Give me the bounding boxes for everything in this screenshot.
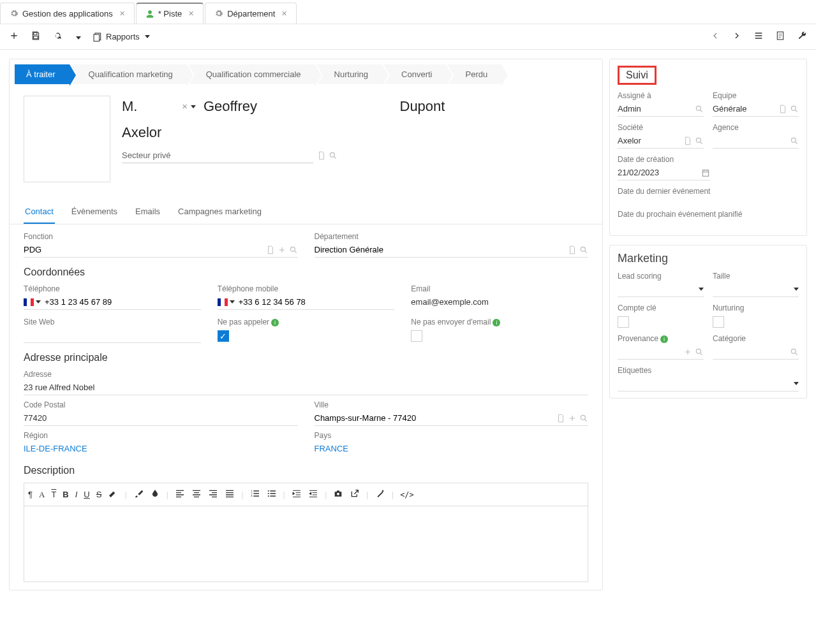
nocall-checkbox[interactable] xyxy=(218,330,229,342)
datecreation-value[interactable]: 21/02/2023 xyxy=(618,168,659,177)
align-right-icon[interactable] xyxy=(208,488,218,501)
info-icon[interactable]: i xyxy=(660,335,668,343)
brush-icon[interactable] xyxy=(133,488,144,501)
fontsize-icon[interactable]: T xyxy=(51,490,56,499)
camera-icon[interactable] xyxy=(333,488,343,501)
tab-campagnes[interactable]: Campagnes marketing xyxy=(177,200,263,224)
plus-icon[interactable] xyxy=(278,245,286,254)
calendar-icon[interactable] xyxy=(701,168,710,177)
flag-icon[interactable] xyxy=(218,298,228,306)
pays-link[interactable]: FRANCE xyxy=(315,441,589,456)
info-icon[interactable]: i xyxy=(271,319,279,326)
doc-icon[interactable] xyxy=(778,105,787,113)
sector-input[interactable] xyxy=(122,148,313,163)
mob-input[interactable] xyxy=(239,295,395,309)
fonction-input[interactable] xyxy=(24,242,266,257)
new-button[interactable] xyxy=(9,31,19,43)
taille-select[interactable] xyxy=(713,282,799,297)
list-ul-icon[interactable] xyxy=(267,488,277,501)
form-view-button[interactable] xyxy=(775,31,785,43)
italic-icon[interactable]: I xyxy=(75,490,78,499)
tab-evenements[interactable]: Évènements xyxy=(70,200,119,224)
comptecle-checkbox[interactable] xyxy=(618,316,629,328)
firstname-input[interactable] xyxy=(204,96,392,118)
stage-qualif-commerciale[interactable]: Qualification commerciale xyxy=(188,64,315,84)
external-link-icon[interactable] xyxy=(350,488,360,501)
title-select[interactable] xyxy=(122,96,179,118)
wand-icon[interactable] xyxy=(375,488,385,501)
stage-qualif-marketing[interactable]: Qualification marketing xyxy=(71,64,187,84)
departement-input[interactable] xyxy=(315,242,568,257)
etiquettes-select[interactable] xyxy=(618,376,799,392)
leadscoring-select[interactable] xyxy=(618,282,704,297)
info-icon[interactable]: i xyxy=(493,319,500,326)
avatar[interactable] xyxy=(24,96,110,182)
list-view-button[interactable] xyxy=(753,31,764,43)
font-icon[interactable]: A xyxy=(39,490,45,500)
cp-input[interactable] xyxy=(24,411,298,426)
list-ol-icon[interactable]: 123 xyxy=(250,488,260,501)
search-icon[interactable] xyxy=(790,105,799,113)
web-input[interactable] xyxy=(24,328,201,343)
doc-icon[interactable] xyxy=(317,151,326,160)
search-icon[interactable] xyxy=(695,348,704,356)
outdent-icon[interactable] xyxy=(308,488,318,501)
wrench-button[interactable] xyxy=(797,31,807,43)
tab-emails[interactable]: Emails xyxy=(134,200,161,224)
bold-icon[interactable]: B xyxy=(63,490,68,499)
close-icon[interactable]: ✕ xyxy=(281,10,287,18)
assigne-value[interactable]: Admin xyxy=(618,104,641,113)
doc-icon[interactable] xyxy=(556,414,565,423)
strike-icon[interactable]: S xyxy=(96,490,102,499)
stage-nurturing[interactable]: Nurturing xyxy=(316,64,382,84)
clear-icon[interactable]: ✕ xyxy=(182,103,196,111)
search-icon[interactable] xyxy=(695,136,704,145)
drop-icon[interactable] xyxy=(150,488,160,501)
close-icon[interactable]: ✕ xyxy=(119,10,125,18)
app-tab-gestion[interactable]: Gestion des applications ✕ xyxy=(0,3,135,24)
doc-icon[interactable] xyxy=(568,245,577,254)
close-icon[interactable]: ✕ xyxy=(188,10,194,18)
refresh-button[interactable] xyxy=(52,31,63,43)
stage-converti[interactable]: Converti xyxy=(383,64,446,84)
search-icon[interactable] xyxy=(289,245,298,254)
societe-value[interactable]: Axelor xyxy=(618,136,641,145)
doc-icon[interactable] xyxy=(683,136,692,145)
plus-icon[interactable] xyxy=(683,348,692,356)
noemail-checkbox[interactable] xyxy=(411,330,422,342)
highlight-icon[interactable] xyxy=(108,488,118,501)
reports-button[interactable]: Rapports xyxy=(93,32,150,42)
search-icon[interactable] xyxy=(790,136,799,145)
stage-a-traiter[interactable]: À traiter xyxy=(15,64,70,84)
search-icon[interactable] xyxy=(579,414,588,423)
search-icon[interactable] xyxy=(695,105,704,113)
align-left-icon[interactable] xyxy=(175,488,185,501)
ville-input[interactable] xyxy=(315,411,557,425)
align-center-icon[interactable] xyxy=(191,488,202,501)
app-tab-departement[interactable]: Département ✕ xyxy=(205,3,297,24)
flag-icon[interactable] xyxy=(24,298,34,306)
align-justify-icon[interactable] xyxy=(225,488,235,501)
dropdown-button[interactable] xyxy=(74,32,81,41)
plus-icon[interactable] xyxy=(568,414,577,423)
region-link[interactable]: ILE-DE-FRANCE xyxy=(24,441,298,456)
lastname-input[interactable] xyxy=(400,96,589,118)
search-icon[interactable] xyxy=(790,348,799,356)
next-button[interactable] xyxy=(732,31,742,43)
nurturing-checkbox[interactable] xyxy=(713,316,724,328)
company-input[interactable] xyxy=(122,122,588,144)
equipe-value[interactable]: Générale xyxy=(713,104,746,113)
pilcrow-icon[interactable]: ¶ xyxy=(28,490,33,499)
tab-contact[interactable]: Contact xyxy=(24,200,55,224)
save-button[interactable] xyxy=(31,31,41,43)
search-icon[interactable] xyxy=(329,151,338,160)
doc-icon[interactable] xyxy=(266,245,275,254)
app-tab-piste[interactable]: * Piste ✕ xyxy=(136,3,204,24)
prev-button[interactable] xyxy=(710,31,720,43)
stage-perdu[interactable]: Perdu xyxy=(447,64,501,84)
indent-icon[interactable] xyxy=(292,488,302,501)
underline-icon[interactable]: U xyxy=(84,490,89,499)
email-value[interactable]: email@exemple.com xyxy=(411,295,588,309)
adresse-input[interactable] xyxy=(24,380,588,395)
search-icon[interactable] xyxy=(579,245,588,254)
